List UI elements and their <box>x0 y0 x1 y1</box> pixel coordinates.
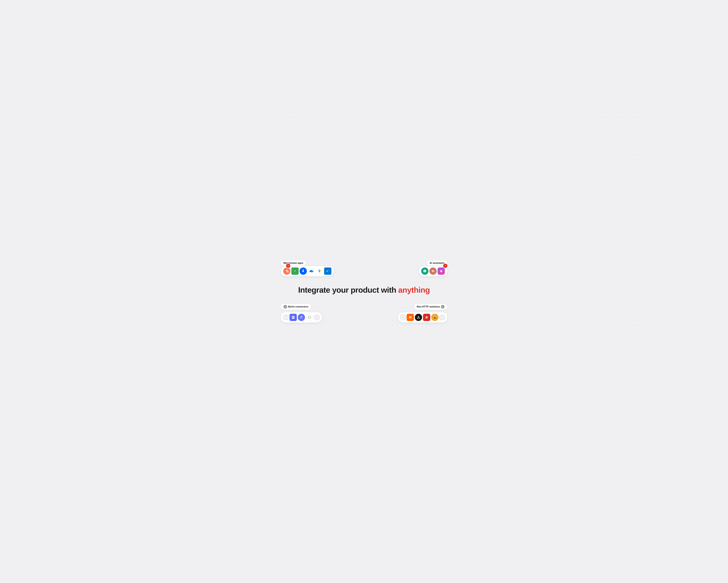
svg-rect-26 <box>292 316 294 317</box>
onedrive-icon <box>308 268 315 275</box>
svg-point-51 <box>435 317 435 318</box>
niche-plus-badge[interactable]: + <box>283 305 287 309</box>
svg-text:O: O <box>327 271 328 272</box>
svg-point-30 <box>308 316 311 319</box>
para-icon <box>298 314 305 321</box>
svg-rect-11 <box>294 272 295 272</box>
svg-rect-33 <box>409 318 410 319</box>
kafka-icon <box>415 314 422 321</box>
mainstream-apps-group: Mainstream apps + <box>281 260 334 276</box>
svg-rect-28 <box>292 318 293 318</box>
ai-assistants-text: AI assistants <box>430 262 445 264</box>
svg-point-16 <box>319 270 320 271</box>
svg-rect-8 <box>294 270 295 271</box>
hubspot-icon <box>283 268 290 275</box>
non-http-group: Non-HTTP solutions + + <box>398 304 447 323</box>
non-http-text: Non-HTTP solutions <box>417 305 440 308</box>
svg-rect-34 <box>410 318 412 319</box>
outlook-icon: O <box>324 268 331 275</box>
niche-right-plus[interactable]: + <box>314 314 319 320</box>
svg-point-36 <box>417 318 418 319</box>
mainstream-apps-text: Mainstream apps <box>283 262 303 264</box>
bee-icon <box>431 314 439 321</box>
mainstream-apps-label: Mainstream apps <box>281 260 306 266</box>
svg-rect-9 <box>294 271 295 271</box>
page-wrapper: Mainstream apps + <box>281 260 447 323</box>
niche-connectors-icons: + <box>281 312 322 323</box>
niche-connectors-label: + Niche connectors <box>281 304 311 310</box>
non-http-label: Non-HTTP solutions + <box>414 304 447 310</box>
svg-rect-31 <box>409 316 410 318</box>
headline-prefix: Integrate your product with <box>298 285 398 294</box>
maps-icon <box>316 268 323 275</box>
craft-icon <box>438 268 445 275</box>
niche-left-plus[interactable]: + <box>283 314 289 320</box>
svg-text:✦: ✦ <box>424 270 425 272</box>
non-http-right-plus[interactable]: + <box>439 314 445 320</box>
notion-icon <box>289 314 297 321</box>
svg-rect-48 <box>434 318 436 318</box>
top-row: Mainstream apps + <box>281 260 447 276</box>
circle-icon <box>306 314 313 321</box>
dropbox-icon <box>300 268 307 275</box>
headline-highlight: anything <box>398 285 430 294</box>
non-http-icons: + <box>398 312 447 323</box>
svg-point-35 <box>418 316 419 317</box>
bottom-row: + Niche connectors + <box>281 304 447 323</box>
non-http-left-plus[interactable]: + <box>400 314 406 320</box>
svg-marker-13 <box>302 270 304 271</box>
claude-icon <box>430 268 437 275</box>
svg-point-29 <box>301 316 302 316</box>
svg-point-45 <box>425 317 428 318</box>
niche-connectors-text: Niche connectors <box>288 305 308 308</box>
svg-rect-32 <box>410 316 412 318</box>
ai-assistants-group: AI assistants + ✦ <box>419 260 447 276</box>
ai-assistants-icons: ✦ <box>419 266 447 276</box>
svg-line-39 <box>418 317 419 318</box>
rabbitmq-icon <box>407 314 414 321</box>
non-http-plus-badge[interactable]: + <box>441 305 445 309</box>
redis-icon <box>423 314 430 321</box>
niche-connectors-group: + Niche connectors + <box>281 304 322 323</box>
svg-point-3 <box>287 271 288 272</box>
svg-point-37 <box>419 318 420 319</box>
svg-line-38 <box>418 317 418 318</box>
sheets-icon <box>291 268 298 275</box>
headline: Integrate your product with anything <box>298 285 430 295</box>
mainstream-apps-plus[interactable]: + <box>286 264 290 268</box>
ai-assistants-plus[interactable]: + <box>443 264 447 268</box>
chatgpt-icon: ✦ <box>421 268 428 275</box>
svg-rect-27 <box>292 317 294 318</box>
